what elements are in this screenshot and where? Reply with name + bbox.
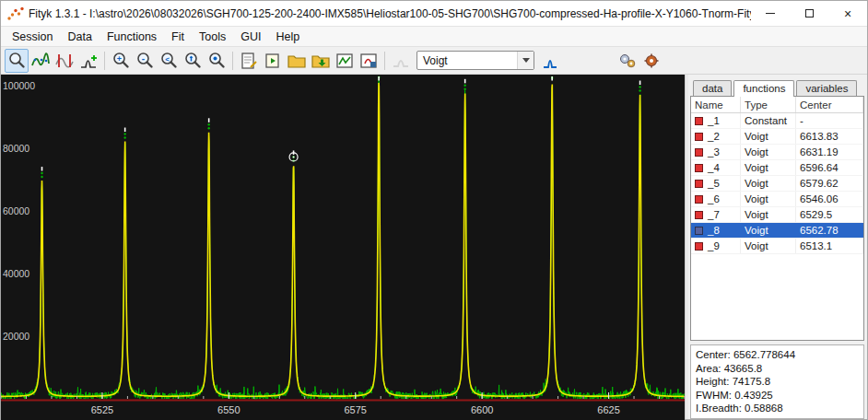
function-color-swatch xyxy=(695,133,703,141)
function-center: 6596.64 xyxy=(796,160,863,175)
function-center: 6631.19 xyxy=(796,145,863,159)
fityk-window: Fityk 1.3.1 - I:\astro\2026\08032026\SGH… xyxy=(0,0,868,420)
function-type: Constant xyxy=(741,113,796,128)
function-type: Voigt xyxy=(741,160,796,175)
function-type: Voigt xyxy=(741,176,796,191)
svg-text:6550: 6550 xyxy=(217,404,240,415)
export-graph-icon[interactable] xyxy=(333,49,357,73)
function-row-_4[interactable]: _4Voigt6596.64 xyxy=(691,160,863,176)
titlebar: Fityk 1.3.1 - I:\astro\2026\08032026\SGH… xyxy=(1,1,867,27)
edit-data-mode-icon[interactable] xyxy=(29,49,53,73)
svg-text:6625: 6625 xyxy=(597,404,619,415)
settings-icon[interactable] xyxy=(616,49,639,73)
info-line: Height: 74175.8 xyxy=(696,375,859,389)
function-row-_9[interactable]: _9Voigt6513.1 xyxy=(691,239,863,254)
function-row-_5[interactable]: _5Voigt6579.62 xyxy=(691,176,863,192)
menu-functions[interactable]: Functions xyxy=(100,29,164,45)
function-name: _4 xyxy=(708,162,720,173)
function-row-_6[interactable]: _6Voigt6546.06 xyxy=(691,192,863,207)
tab-variables[interactable]: variables xyxy=(796,80,857,96)
svg-text:20000: 20000 xyxy=(3,331,29,342)
zoom-mode-icon[interactable] xyxy=(5,49,29,73)
info-line: GaussianFWHM: 0.3 xyxy=(696,415,859,419)
menu-help[interactable]: Help xyxy=(268,29,307,45)
svg-text:-: - xyxy=(142,52,145,63)
tab-functions[interactable]: functions xyxy=(733,80,794,97)
function-color-swatch xyxy=(695,117,703,125)
svg-text:100000: 100000 xyxy=(3,80,35,91)
function-type: Voigt xyxy=(741,145,796,159)
toolbar-separator xyxy=(104,52,105,70)
maximize-icon[interactable] xyxy=(790,1,828,27)
menubar: SessionDataFunctionsFitToolsGUIHelp xyxy=(1,27,867,47)
main-area: 6525655065756600662520000400006000080000… xyxy=(1,75,867,419)
function-center: 6546.06 xyxy=(796,192,863,206)
functions-table: NameTypeCenter _1Constant-_2Voigt6613.83… xyxy=(690,96,864,341)
function-name: _5 xyxy=(708,178,720,189)
app-icon xyxy=(6,6,25,22)
function-name: _1 xyxy=(708,115,720,126)
functions-table-header: NameTypeCenter xyxy=(691,97,863,113)
function-center: 6579.62 xyxy=(796,176,863,191)
tab-data[interactable]: data xyxy=(693,80,732,96)
info-line: Center: 6562.778644 xyxy=(696,348,859,362)
info-line: Area: 43665.8 xyxy=(696,362,859,376)
save-image-icon[interactable] xyxy=(357,49,381,73)
function-info-panel: Center: 6562.778644Area: 43665.8Height: … xyxy=(690,344,864,419)
function-row-_7[interactable]: _7Voigt6529.5 xyxy=(691,207,863,223)
spectrum-plot[interactable]: 6525655065756600662520000400006000080000… xyxy=(1,75,685,420)
edit-script-icon[interactable] xyxy=(237,49,261,73)
svg-text:<: < xyxy=(165,54,170,63)
function-name: _7 xyxy=(708,209,720,220)
function-row-_8[interactable]: _8Voigt6562.78 xyxy=(691,223,863,239)
function-color-swatch xyxy=(695,195,703,204)
column-header-center[interactable]: Center xyxy=(796,97,863,112)
menu-data[interactable]: Data xyxy=(60,29,99,45)
zoom-in-icon[interactable]: + xyxy=(109,49,133,73)
zoom-out-icon[interactable]: - xyxy=(133,49,157,73)
minimize-icon[interactable] xyxy=(751,1,790,27)
execute-script-icon[interactable] xyxy=(261,49,285,73)
info-line: FWHM: 0.43925 xyxy=(696,389,859,402)
function-row-_3[interactable]: _3Voigt6631.19 xyxy=(691,145,863,160)
spectrum-plot-canvas[interactable]: 6525655065756600662520000400006000080000… xyxy=(1,75,685,420)
column-header-type[interactable]: Type xyxy=(741,97,796,112)
function-type: Voigt xyxy=(741,223,796,238)
svg-text:+: + xyxy=(117,53,122,63)
function-color-swatch xyxy=(695,211,703,219)
menu-tools[interactable]: Tools xyxy=(192,29,233,45)
open-recent-icon[interactable] xyxy=(309,49,333,73)
menu-fit[interactable]: Fit xyxy=(164,29,192,45)
function-center: 6529.5 xyxy=(796,207,863,222)
function-type: Voigt xyxy=(741,129,796,144)
zoom-all-icon[interactable] xyxy=(205,49,229,73)
auto-add-peak-icon[interactable] xyxy=(538,49,562,73)
function-center: 6513.1 xyxy=(796,239,863,253)
chevron-down-icon xyxy=(517,52,534,69)
svg-text:40000: 40000 xyxy=(3,268,29,279)
window-controls: × xyxy=(751,1,867,27)
menu-session[interactable]: Session xyxy=(5,29,60,45)
toolbar-separator xyxy=(384,52,385,70)
session-settings-icon[interactable] xyxy=(639,49,663,73)
function-row-_2[interactable]: _2Voigt6613.83 xyxy=(691,129,863,145)
function-type: Voigt xyxy=(741,192,796,206)
function-type-value: Voigt xyxy=(417,54,517,67)
function-name: _6 xyxy=(708,193,720,204)
sidebar-tabs: datafunctionsvariables xyxy=(690,76,864,96)
function-name: _3 xyxy=(708,146,720,158)
open-file-icon[interactable] xyxy=(285,49,309,73)
zoom-vertical-icon[interactable] xyxy=(181,49,205,73)
function-center: - xyxy=(796,113,863,128)
menu-gui[interactable]: GUI xyxy=(233,29,268,45)
function-row-_1[interactable]: _1Constant- xyxy=(691,113,863,129)
svg-text:6575: 6575 xyxy=(344,404,366,415)
column-header-name[interactable]: Name xyxy=(691,97,741,112)
function-type-select[interactable]: Voigt xyxy=(416,51,534,70)
add-peak-mode-icon[interactable] xyxy=(76,49,100,73)
data-range-mode-icon[interactable] xyxy=(53,49,76,73)
function-name: _8 xyxy=(708,225,720,236)
zoom-previous-icon[interactable]: < xyxy=(157,49,181,73)
close-icon[interactable]: × xyxy=(828,1,867,27)
window-title: Fityk 1.3.1 - I:\astro\2026\08032026\SGH… xyxy=(29,7,751,20)
